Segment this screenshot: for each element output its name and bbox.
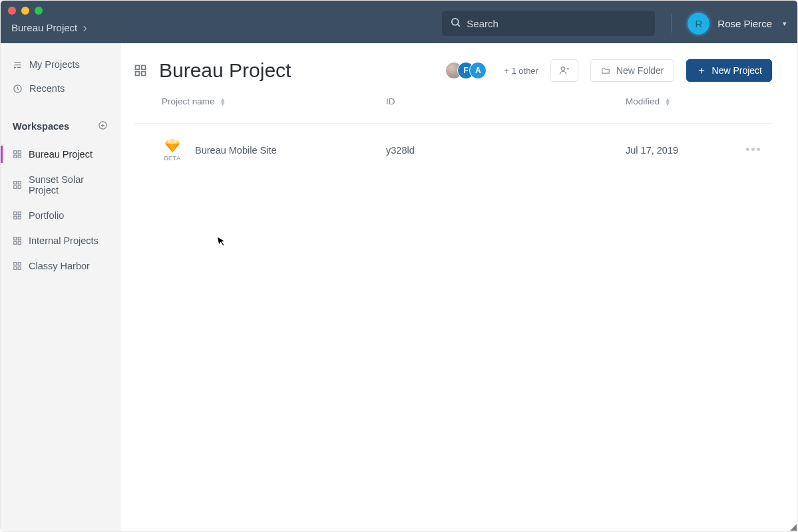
sidebar-workspace-item[interactable]: Portfolio: [1, 203, 120, 228]
col-header-id[interactable]: ID: [386, 96, 626, 106]
svg-rect-11: [14, 155, 17, 158]
sidebar-workspace-item[interactable]: Sunset Solar Project: [1, 167, 120, 203]
button-label: New Folder: [616, 65, 664, 76]
svg-rect-25: [14, 263, 17, 265]
search-input[interactable]: [467, 18, 647, 29]
separator: [671, 14, 672, 33]
svg-line-1: [458, 24, 460, 26]
svg-rect-22: [18, 237, 21, 240]
resize-handle[interactable]: [790, 524, 797, 531]
svg-rect-15: [14, 186, 17, 188]
shared-with-avatars[interactable]: FA: [445, 62, 487, 79]
svg-rect-17: [14, 212, 17, 215]
user-menu[interactable]: R Rose Pierce ▾: [688, 13, 787, 35]
titlebar: Bureau Project R Rose Pierce ▾: [1, 1, 797, 43]
breadcrumb-label: Bureau Project: [11, 22, 77, 33]
sidebar-workspace-item[interactable]: Internal Projects: [1, 228, 120, 253]
minimize-window-button[interactable]: [21, 7, 29, 15]
close-window-button[interactable]: [8, 7, 16, 15]
svg-rect-27: [14, 267, 17, 269]
svg-rect-21: [14, 237, 17, 240]
svg-rect-19: [14, 216, 17, 219]
col-header-modified[interactable]: Modified ▲▼: [626, 96, 745, 106]
shared-with-more-label[interactable]: + 1 other: [504, 66, 538, 76]
grid-icon[interactable]: [134, 64, 147, 77]
sidebar-item-label: Sunset Solar Project: [29, 174, 108, 196]
sidebar-item-recents[interactable]: Recents: [1, 76, 120, 100]
app-window: Bureau Project R Rose Pierce ▾ My Projec…: [0, 0, 798, 532]
svg-point-0: [452, 18, 459, 25]
sidebar-item-label: Internal Projects: [29, 235, 99, 246]
grid-icon: [13, 211, 22, 220]
svg-rect-10: [18, 151, 21, 154]
svg-rect-18: [18, 212, 21, 215]
user-name-label: Rose Pierce: [717, 18, 772, 29]
svg-rect-20: [18, 216, 21, 219]
sidebar-item-label: Portfolio: [29, 210, 64, 221]
sketch-icon: [164, 138, 180, 153]
sidebar-item-label: My Projects: [29, 59, 80, 70]
add-user-icon: [559, 65, 570, 76]
sidebar-workspace-item[interactable]: Bureau Project: [1, 142, 120, 167]
chevron-down-icon: ▾: [783, 19, 787, 28]
svg-rect-32: [142, 72, 146, 76]
project-modified: Jul 17, 2019: [626, 145, 745, 156]
breadcrumb[interactable]: Bureau Project: [11, 20, 87, 35]
sidebar-item-my-projects[interactable]: My Projects: [1, 53, 120, 76]
add-user-button[interactable]: [550, 59, 578, 82]
sort-icon: ▲▼: [220, 98, 226, 106]
svg-rect-16: [18, 186, 21, 188]
sidebar: My Projects Recents Workspaces Bureau Pr…: [1, 43, 120, 531]
svg-rect-14: [18, 182, 21, 184]
project-name: Bureau Mobile Site: [195, 145, 277, 156]
svg-rect-28: [18, 267, 21, 269]
table-row[interactable]: BETABureau Mobile Sitey328ldJul 17, 2019…: [134, 123, 772, 176]
window-controls: [8, 7, 43, 15]
grid-icon: [13, 180, 22, 190]
clock-icon: [13, 84, 23, 94]
maximize-window-button[interactable]: [35, 7, 43, 15]
svg-rect-26: [18, 263, 21, 265]
plus-icon: ＋: [696, 65, 707, 76]
page-header: Bureau Project FA + 1 other New Folder ＋…: [134, 59, 772, 82]
page-title: Bureau Project: [159, 59, 291, 82]
beta-label: BETA: [164, 155, 181, 162]
sidebar-section-workspaces: Workspaces: [1, 114, 120, 139]
main-panel: Bureau Project FA + 1 other New Folder ＋…: [120, 43, 797, 531]
chevron-right-icon: [80, 20, 87, 35]
sidebar-item-label: Bureau Project: [29, 149, 93, 160]
svg-rect-23: [14, 241, 17, 244]
svg-rect-24: [18, 241, 21, 244]
search-box[interactable]: [442, 11, 655, 36]
grid-icon: [13, 150, 22, 159]
new-project-button[interactable]: ＋ New Project: [686, 59, 772, 82]
file-type-badge: BETA: [162, 138, 183, 162]
table-header: Project name ▲▼ ID Modified ▲▼: [134, 94, 772, 119]
svg-point-33: [561, 67, 564, 70]
button-label: New Project: [712, 65, 762, 76]
sort-icon: ▲▼: [665, 98, 671, 106]
svg-rect-12: [18, 155, 21, 158]
avatar: A: [469, 62, 487, 79]
grid-icon: [13, 236, 22, 245]
svg-rect-30: [142, 66, 146, 70]
sidebar-item-label: Recents: [29, 83, 65, 94]
add-workspace-button[interactable]: [98, 120, 108, 132]
user-avatar: R: [688, 13, 709, 35]
svg-rect-29: [136, 66, 140, 70]
new-folder-button[interactable]: New Folder: [590, 59, 674, 82]
folder-icon: [600, 66, 611, 75]
row-actions-button[interactable]: •••: [745, 143, 772, 157]
svg-rect-13: [14, 182, 17, 184]
col-header-name[interactable]: Project name ▲▼: [162, 96, 386, 106]
svg-rect-31: [136, 72, 140, 76]
sidebar-workspace-item[interactable]: Classy Harbor: [1, 253, 120, 279]
svg-rect-9: [14, 151, 17, 154]
list-icon: [13, 60, 23, 70]
sidebar-section-label: Workspaces: [13, 121, 69, 132]
sidebar-item-label: Classy Harbor: [29, 261, 90, 271]
search-icon: [450, 17, 461, 31]
project-id: y328ld: [386, 145, 626, 156]
grid-icon: [13, 261, 22, 271]
